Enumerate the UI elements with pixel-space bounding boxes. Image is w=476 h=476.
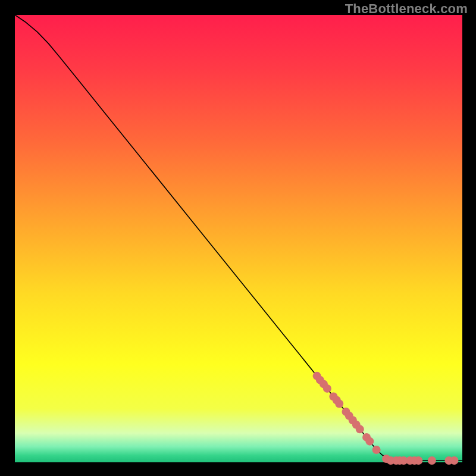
marker-dot	[335, 399, 343, 408]
marker-dot	[428, 456, 436, 465]
marker-dot	[450, 456, 458, 465]
plot-background	[15, 15, 462, 462]
chart-svg	[0, 0, 476, 476]
marker-dot	[414, 456, 422, 465]
chart-stage: TheBottleneck.com	[0, 0, 476, 476]
marker-dot	[365, 437, 374, 446]
marker-dot	[356, 425, 364, 433]
marker-dot	[372, 446, 381, 454]
marker-dot	[323, 384, 331, 393]
